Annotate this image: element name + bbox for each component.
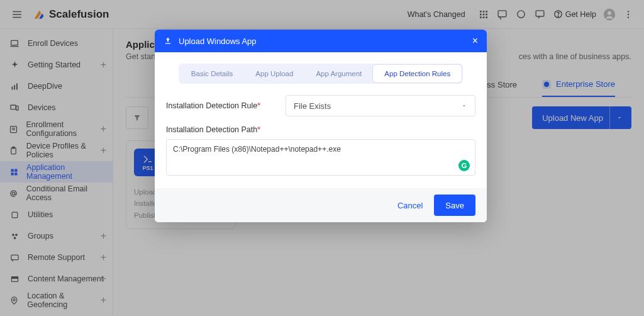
modal-title: Upload Windows App bbox=[179, 37, 257, 46]
tab-app-upload[interactable]: App Upload bbox=[244, 65, 304, 82]
chevron-down-icon bbox=[461, 103, 467, 109]
detection-rule-label: Installation Detection Rule* bbox=[166, 101, 273, 110]
tab-app-argument[interactable]: App Argument bbox=[304, 65, 373, 82]
cancel-button[interactable]: Cancel bbox=[397, 201, 423, 210]
upload-icon bbox=[164, 37, 172, 45]
upload-windows-app-modal: Upload Windows App × Basic Details App U… bbox=[155, 30, 487, 222]
detection-path-input[interactable]: C:\Program Files (x86)\Notepad++\notepad… bbox=[166, 139, 475, 176]
modal-header: Upload Windows App × bbox=[155, 30, 487, 52]
tab-basic-details[interactable]: Basic Details bbox=[180, 65, 244, 82]
grammarly-icon[interactable]: G bbox=[458, 160, 470, 171]
close-icon[interactable]: × bbox=[472, 35, 478, 47]
detection-rule-select[interactable]: File Exists bbox=[286, 95, 475, 116]
save-button[interactable]: Save bbox=[434, 195, 475, 216]
tab-app-detection-rules[interactable]: App Detection Rules bbox=[373, 65, 462, 82]
detection-path-label: Installation Detection Path* bbox=[166, 125, 475, 134]
modal-step-tabs: Basic Details App Upload App Argument Ap… bbox=[179, 64, 463, 84]
svg-rect-48 bbox=[165, 43, 170, 44]
modal-footer: Cancel Save bbox=[155, 188, 487, 222]
detection-rule-value: File Exists bbox=[294, 101, 331, 111]
detection-path-value: C:\Program Files (x86)\Notepad++\notepad… bbox=[173, 145, 341, 154]
